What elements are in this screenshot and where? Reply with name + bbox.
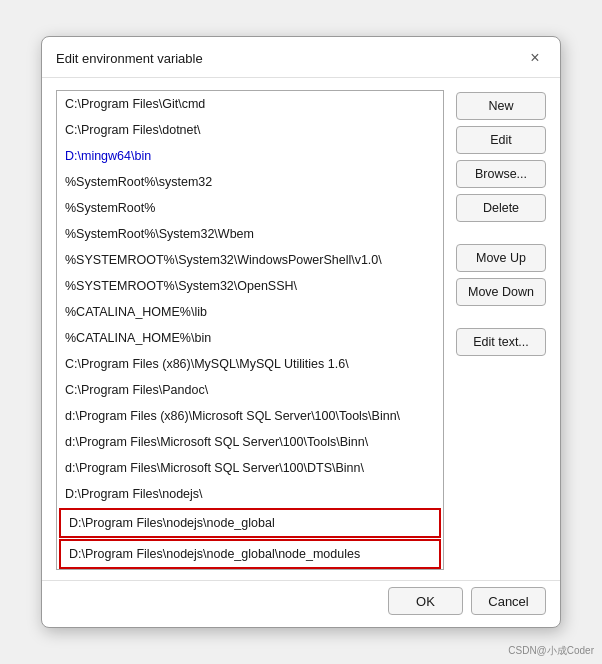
cancel-button[interactable]: Cancel — [471, 587, 546, 615]
title-bar: Edit environment variable × — [42, 37, 560, 78]
delete-button[interactable]: Delete — [456, 194, 546, 222]
list-item[interactable]: C:\Program Files (x86)\MySQL\MySQL Utili… — [57, 351, 443, 377]
list-item[interactable]: C:\Program Files\dotnet\ — [57, 117, 443, 143]
list-item[interactable]: D:\Program Files\nodejs\ — [57, 481, 443, 507]
list-item[interactable]: d:\Program Files\Microsoft SQL Server\10… — [57, 455, 443, 481]
edit-button[interactable]: Edit — [456, 126, 546, 154]
list-item[interactable]: %CATALINA_HOME%\bin — [57, 325, 443, 351]
new-button[interactable]: New — [456, 92, 546, 120]
edit-text-button[interactable]: Edit text... — [456, 328, 546, 356]
list-item[interactable]: D:\mingw64\bin — [57, 143, 443, 169]
button-spacer1 — [456, 228, 546, 238]
list-item[interactable]: %SYSTEMROOT%\System32\WindowsPowerShell\… — [57, 247, 443, 273]
list-item[interactable]: C:\Program Files\Pandoc\ — [57, 377, 443, 403]
browse-button[interactable]: Browse... — [456, 160, 546, 188]
content-area: C:\Program Files\Git\cmdC:\Program Files… — [42, 78, 560, 580]
move-up-button[interactable]: Move Up — [456, 244, 546, 272]
footer: OK Cancel — [42, 580, 560, 627]
ok-button[interactable]: OK — [388, 587, 463, 615]
button-panel: New Edit Browse... Delete Move Up Move D… — [456, 90, 546, 570]
edit-env-dialog: Edit environment variable × C:\Program F… — [41, 36, 561, 628]
close-button[interactable]: × — [524, 47, 546, 69]
list-item[interactable]: %SystemRoot% — [57, 195, 443, 221]
list-item[interactable]: C:\Program Files\Git\cmd — [57, 91, 443, 117]
move-down-button[interactable]: Move Down — [456, 278, 546, 306]
env-var-list[interactable]: C:\Program Files\Git\cmdC:\Program Files… — [56, 90, 444, 570]
list-item[interactable]: D:\Program Files\nodejs\node_global\node… — [59, 539, 441, 569]
list-item[interactable]: d:\Program Files\Microsoft SQL Server\10… — [57, 429, 443, 455]
list-item[interactable]: d:\Program Files (x86)\Microsoft SQL Ser… — [57, 403, 443, 429]
list-item[interactable]: D:\Program Files\nodejs\node_global — [59, 508, 441, 538]
list-item[interactable]: %SYSTEMROOT%\System32\OpenSSH\ — [57, 273, 443, 299]
dialog-title: Edit environment variable — [56, 51, 203, 66]
list-item[interactable]: %SystemRoot%\System32\Wbem — [57, 221, 443, 247]
watermark: CSDN@小成Coder — [508, 644, 594, 658]
list-item[interactable]: %SystemRoot%\system32 — [57, 169, 443, 195]
list-item[interactable]: %CATALINA_HOME%\lib — [57, 299, 443, 325]
button-spacer2 — [456, 312, 546, 322]
